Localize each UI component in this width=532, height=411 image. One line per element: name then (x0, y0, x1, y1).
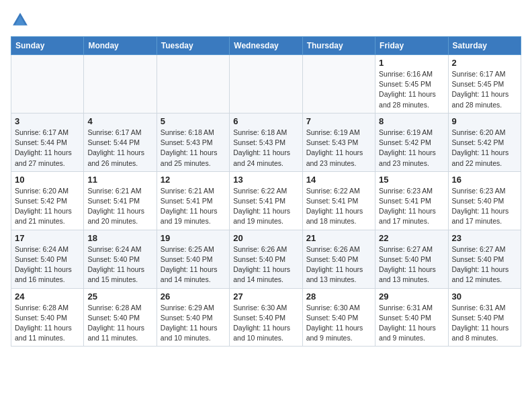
day-number: 20 (233, 233, 298, 243)
cell-info: Sunrise: 6:21 AMSunset: 5:41 PMDaylight:… (161, 186, 226, 227)
cell-info: Sunrise: 6:31 AMSunset: 5:40 PMDaylight:… (379, 303, 444, 344)
weekday-header-friday: Friday (375, 37, 448, 55)
day-number: 13 (233, 175, 298, 185)
calendar-cell: 28Sunrise: 6:30 AMSunset: 5:40 PMDayligh… (302, 288, 375, 347)
cell-info: Sunrise: 6:18 AMSunset: 5:43 PMDaylight:… (161, 128, 226, 169)
day-number: 23 (452, 233, 517, 243)
cell-info: Sunrise: 6:26 AMSunset: 5:40 PMDaylight:… (233, 244, 298, 285)
day-number: 8 (379, 116, 444, 126)
weekday-header-tuesday: Tuesday (157, 37, 229, 55)
calendar-cell: 14Sunrise: 6:22 AMSunset: 5:41 PMDayligh… (302, 171, 375, 230)
day-number: 11 (87, 175, 152, 185)
calendar-cell: 10Sunrise: 6:20 AMSunset: 5:42 PMDayligh… (11, 171, 84, 230)
cell-info: Sunrise: 6:22 AMSunset: 5:41 PMDaylight:… (306, 186, 371, 227)
calendar-cell: 26Sunrise: 6:29 AMSunset: 5:40 PMDayligh… (157, 288, 229, 347)
day-number: 12 (161, 175, 226, 185)
cell-info: Sunrise: 6:20 AMSunset: 5:42 PMDaylight:… (452, 128, 517, 169)
day-number: 1 (379, 58, 444, 68)
cell-info: Sunrise: 6:27 AMSunset: 5:40 PMDaylight:… (379, 244, 444, 285)
cell-info: Sunrise: 6:17 AMSunset: 5:45 PMDaylight:… (452, 69, 517, 110)
cell-info: Sunrise: 6:20 AMSunset: 5:42 PMDaylight:… (15, 186, 80, 227)
calendar-cell: 27Sunrise: 6:30 AMSunset: 5:40 PMDayligh… (230, 288, 302, 347)
calendar-cell: 11Sunrise: 6:21 AMSunset: 5:41 PMDayligh… (84, 171, 157, 230)
weekday-header-thursday: Thursday (302, 37, 375, 55)
week-row-2: 3Sunrise: 6:17 AMSunset: 5:44 PMDaylight… (11, 113, 521, 171)
day-number: 27 (233, 291, 298, 302)
day-number: 17 (15, 233, 80, 243)
logo (11, 11, 32, 30)
day-number: 3 (15, 116, 80, 126)
cell-info: Sunrise: 6:28 AMSunset: 5:40 PMDaylight:… (15, 303, 80, 344)
calendar-cell: 23Sunrise: 6:27 AMSunset: 5:40 PMDayligh… (448, 230, 521, 288)
calendar-cell (84, 55, 157, 113)
calendar-cell: 2Sunrise: 6:17 AMSunset: 5:45 PMDaylight… (448, 55, 521, 113)
day-number: 15 (379, 175, 444, 185)
cell-info: Sunrise: 6:27 AMSunset: 5:40 PMDaylight:… (452, 244, 517, 285)
calendar-cell: 20Sunrise: 6:26 AMSunset: 5:40 PMDayligh… (230, 230, 302, 288)
cell-info: Sunrise: 6:29 AMSunset: 5:40 PMDaylight:… (161, 303, 226, 344)
cell-info: Sunrise: 6:30 AMSunset: 5:40 PMDaylight:… (306, 303, 371, 344)
calendar-cell (11, 55, 84, 113)
weekday-header-monday: Monday (84, 37, 157, 55)
page-header (11, 11, 521, 30)
calendar-cell: 25Sunrise: 6:28 AMSunset: 5:40 PMDayligh… (84, 288, 157, 347)
day-number: 2 (452, 58, 517, 68)
day-number: 29 (379, 291, 444, 302)
calendar-cell: 30Sunrise: 6:31 AMSunset: 5:40 PMDayligh… (448, 288, 521, 347)
calendar-header: SundayMondayTuesdayWednesdayThursdayFrid… (11, 37, 521, 55)
weekday-header-saturday: Saturday (448, 37, 521, 55)
cell-info: Sunrise: 6:30 AMSunset: 5:40 PMDaylight:… (233, 303, 298, 344)
calendar-cell: 7Sunrise: 6:19 AMSunset: 5:43 PMDaylight… (302, 113, 375, 171)
cell-info: Sunrise: 6:18 AMSunset: 5:43 PMDaylight:… (233, 128, 298, 169)
cell-info: Sunrise: 6:17 AMSunset: 5:44 PMDaylight:… (15, 128, 80, 169)
cell-info: Sunrise: 6:24 AMSunset: 5:40 PMDaylight:… (15, 244, 80, 285)
calendar-cell: 8Sunrise: 6:19 AMSunset: 5:42 PMDaylight… (375, 113, 448, 171)
week-row-1: 1Sunrise: 6:16 AMSunset: 5:45 PMDaylight… (11, 55, 521, 113)
week-row-3: 10Sunrise: 6:20 AMSunset: 5:42 PMDayligh… (11, 171, 521, 230)
day-number: 14 (306, 175, 371, 185)
calendar-cell: 3Sunrise: 6:17 AMSunset: 5:44 PMDaylight… (11, 113, 84, 171)
day-number: 28 (306, 291, 371, 302)
day-number: 22 (379, 233, 444, 243)
cell-info: Sunrise: 6:17 AMSunset: 5:44 PMDaylight:… (87, 128, 152, 169)
cell-info: Sunrise: 6:24 AMSunset: 5:40 PMDaylight:… (87, 244, 152, 285)
weekday-row: SundayMondayTuesdayWednesdayThursdayFrid… (11, 37, 521, 55)
calendar-cell (230, 55, 302, 113)
calendar-cell: 18Sunrise: 6:24 AMSunset: 5:40 PMDayligh… (84, 230, 157, 288)
calendar-cell (302, 55, 375, 113)
calendar-cell: 24Sunrise: 6:28 AMSunset: 5:40 PMDayligh… (11, 288, 84, 347)
calendar-cell (157, 55, 229, 113)
calendar-table: SundayMondayTuesdayWednesdayThursdayFrid… (11, 36, 521, 347)
cell-info: Sunrise: 6:31 AMSunset: 5:40 PMDaylight:… (452, 303, 517, 344)
calendar-cell: 5Sunrise: 6:18 AMSunset: 5:43 PMDaylight… (157, 113, 229, 171)
cell-info: Sunrise: 6:21 AMSunset: 5:41 PMDaylight:… (87, 186, 152, 227)
cell-info: Sunrise: 6:23 AMSunset: 5:40 PMDaylight:… (452, 186, 517, 227)
day-number: 9 (452, 116, 517, 126)
day-number: 5 (161, 116, 226, 126)
day-number: 21 (306, 233, 371, 243)
day-number: 19 (161, 233, 226, 243)
logo-icon (11, 11, 30, 30)
weekday-header-wednesday: Wednesday (230, 37, 302, 55)
calendar-body: 1Sunrise: 6:16 AMSunset: 5:45 PMDaylight… (11, 55, 521, 347)
calendar-cell: 9Sunrise: 6:20 AMSunset: 5:42 PMDaylight… (448, 113, 521, 171)
cell-info: Sunrise: 6:25 AMSunset: 5:40 PMDaylight:… (161, 244, 226, 285)
calendar-cell: 13Sunrise: 6:22 AMSunset: 5:41 PMDayligh… (230, 171, 302, 230)
day-number: 6 (233, 116, 298, 126)
day-number: 7 (306, 116, 371, 126)
day-number: 16 (452, 175, 517, 185)
cell-info: Sunrise: 6:16 AMSunset: 5:45 PMDaylight:… (379, 69, 444, 110)
calendar-cell: 17Sunrise: 6:24 AMSunset: 5:40 PMDayligh… (11, 230, 84, 288)
calendar-cell: 6Sunrise: 6:18 AMSunset: 5:43 PMDaylight… (230, 113, 302, 171)
cell-info: Sunrise: 6:23 AMSunset: 5:41 PMDaylight:… (379, 186, 444, 227)
day-number: 18 (87, 233, 152, 243)
day-number: 24 (15, 291, 80, 302)
day-number: 25 (87, 291, 152, 302)
cell-info: Sunrise: 6:26 AMSunset: 5:40 PMDaylight:… (306, 244, 371, 285)
day-number: 10 (15, 175, 80, 185)
cell-info: Sunrise: 6:19 AMSunset: 5:43 PMDaylight:… (306, 128, 371, 169)
calendar-cell: 19Sunrise: 6:25 AMSunset: 5:40 PMDayligh… (157, 230, 229, 288)
calendar-cell: 16Sunrise: 6:23 AMSunset: 5:40 PMDayligh… (448, 171, 521, 230)
calendar-cell: 1Sunrise: 6:16 AMSunset: 5:45 PMDaylight… (375, 55, 448, 113)
day-number: 30 (452, 291, 517, 302)
